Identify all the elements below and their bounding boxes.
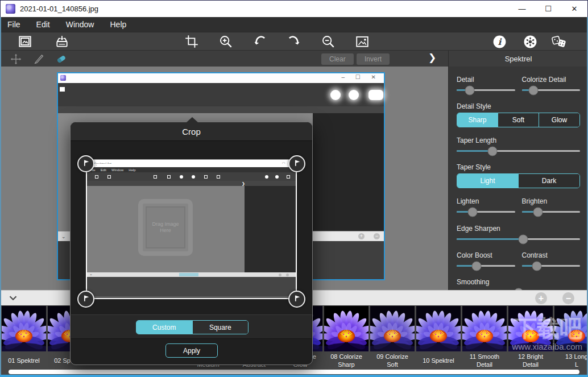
brush-icon[interactable]: [32, 52, 46, 65]
filmstrip-thumbnail-12[interactable]: 12 BrightDetail: [508, 306, 553, 370]
thumb-zoom-out-button[interactable]: −: [562, 292, 574, 304]
slider-thumb-lighten[interactable]: [467, 207, 477, 217]
detail-style-option-soft[interactable]: Soft: [498, 113, 539, 127]
crop-preview-area: Spektrel Art — ☐ ✕ FileEditWindowHelp ❯ …: [71, 142, 312, 312]
filmstrip-thumbnail-1[interactable]: 01 Spektrel: [2, 306, 46, 370]
slider-thumb-contrast[interactable]: [532, 261, 542, 271]
slider-thumb-detail[interactable]: [465, 85, 474, 95]
detail-style-segmented: SharpSoftGlow: [457, 113, 580, 127]
flag-icon: [293, 159, 301, 169]
app-window: 2021-01-01_140856.jpg — ☐ ✕ File Edit Wi…: [0, 0, 588, 377]
open-image-icon[interactable]: [17, 34, 33, 49]
crop-dialog: Crop Spektrel Art — ☐ ✕ FileEditWindowHe…: [70, 122, 313, 365]
slider-thumb-color-boost[interactable]: [471, 261, 481, 271]
slider-detail: Detail: [457, 76, 515, 95]
crop-handle-top-right[interactable]: [288, 155, 305, 172]
slider-color-boost: Color Boost: [457, 251, 515, 271]
crop-handle-top-left[interactable]: [77, 155, 94, 172]
crop-mode-segmented: CustomSquare: [136, 320, 249, 334]
image-adjust-icon[interactable]: [354, 34, 370, 49]
thumbnail-image[interactable]: [554, 306, 588, 351]
info-icon[interactable]: i: [491, 34, 507, 49]
eraser-icon[interactable]: [55, 52, 68, 65]
filmstrip-thumbnail-10[interactable]: 10 Spektrel: [416, 306, 461, 370]
clear-button[interactable]: Clear: [321, 53, 354, 65]
thumbnail-label: 11 SmoothDetail: [462, 352, 507, 370]
slider-smoothing: Smoothing: [457, 278, 580, 290]
crop-handle-bottom-left[interactable]: [77, 291, 94, 308]
edited-image-app-icon: [60, 75, 66, 81]
window-title: 2021-01-01_140856.jpg: [20, 5, 98, 13]
thumbnail-label: 12 BrightDetail: [508, 352, 553, 370]
undo-icon[interactable]: [252, 34, 268, 49]
flag-icon: [82, 294, 90, 305]
gear-icon-blurred: [349, 90, 359, 100]
save-image-icon[interactable]: [54, 34, 70, 49]
panel-title: Spektrel: [448, 51, 588, 67]
menubar: File Edit Window Help: [0, 17, 588, 32]
thumbnail-image[interactable]: [2, 306, 46, 351]
close-button[interactable]: ✕: [561, 1, 587, 17]
info-icon-blurred: [330, 90, 341, 100]
menu-edit[interactable]: Edit: [28, 17, 58, 32]
redo-icon[interactable]: [286, 34, 302, 49]
detail-style-option-sharp[interactable]: Sharp: [457, 113, 498, 127]
settings-icon[interactable]: [522, 34, 538, 49]
slider-thumb-brighten[interactable]: [533, 207, 543, 217]
crop-mode-custom[interactable]: Custom: [136, 321, 192, 334]
maximize-button[interactable]: ☐: [535, 1, 561, 17]
slider-thumb-taper-length[interactable]: [487, 146, 497, 156]
slider-thumb-colorize-detail[interactable]: [529, 85, 539, 95]
crop-handle-bottom-right[interactable]: [288, 291, 305, 308]
zoom-out-icon[interactable]: [320, 34, 336, 49]
move-icon[interactable]: [9, 52, 23, 65]
chevron-right-icon[interactable]: ❯: [428, 52, 436, 64]
zoom-in-icon[interactable]: [218, 34, 234, 49]
minimize-button[interactable]: —: [509, 1, 535, 17]
filmstrip-thumbnail-11[interactable]: 11 SmoothDetail: [462, 306, 507, 370]
flag-icon: [82, 159, 90, 169]
thumbnail-label: 01 Spektrel: [2, 352, 46, 370]
thumbnail-image[interactable]: [416, 306, 461, 351]
thumbnail-image[interactable]: [324, 306, 368, 351]
tool-band: Clear Invert ❯ Spektrel: [0, 50, 588, 67]
filmstrip-thumbnail-13[interactable]: 13 LongL: [554, 306, 588, 370]
thumbnail-image[interactable]: [462, 306, 507, 351]
thumbnail-image[interactable]: [370, 306, 415, 351]
slider-edge-sharpen: Edge Sharpen: [457, 225, 580, 244]
dice-icon-blurred: [368, 90, 383, 100]
taper-style-option-light[interactable]: Light: [457, 174, 518, 188]
crop-selection-rect[interactable]: [86, 164, 297, 299]
invert-button[interactable]: Invert: [357, 53, 390, 65]
menu-file[interactable]: File: [0, 17, 28, 32]
flag-icon: [293, 294, 301, 305]
slider-thumb-edge-sharpen[interactable]: [519, 234, 528, 244]
menu-help[interactable]: Help: [102, 17, 134, 32]
toolbar: i: [0, 32, 588, 50]
detail-style-option-glow[interactable]: Glow: [539, 113, 579, 127]
randomize-dice-icon[interactable]: [551, 34, 567, 49]
slider-taper-length: Taper Length: [457, 136, 580, 156]
crop-dialog-title: Crop: [71, 122, 312, 141]
slider-brighten: Brighten: [522, 197, 581, 217]
dialog-caret: [187, 117, 198, 122]
window-edge-left: [0, 17, 1, 375]
app-icon: [6, 4, 15, 14]
window-edge-bottom: [0, 375, 588, 377]
filmstrip-scrollbar[interactable]: [9, 370, 579, 374]
crop-mode-square[interactable]: Square: [192, 321, 249, 334]
taper-style-option-dark[interactable]: Dark: [518, 174, 579, 188]
crop-icon[interactable]: [184, 34, 200, 49]
content-area: – ☐ ✕ + − ⌄ DetailColorize DetailD: [0, 67, 588, 290]
apply-button[interactable]: Apply: [165, 343, 218, 358]
chevron-down-icon[interactable]: [7, 292, 19, 306]
filmstrip-thumbnail-9[interactable]: 09 ColorizeSoft: [370, 306, 415, 370]
thumbnail-label: 09 ColorizeSoft: [370, 352, 415, 370]
thumbnail-label: 10 Spektrel: [416, 352, 461, 370]
titlebar: 2021-01-01_140856.jpg — ☐ ✕: [0, 0, 588, 17]
filmstrip-thumbnail-8[interactable]: 08 ColorizeSharp: [324, 306, 368, 370]
menu-window[interactable]: Window: [58, 17, 102, 32]
slider-colorize-detail: Colorize Detail: [522, 76, 581, 95]
thumbnail-image[interactable]: [508, 306, 553, 351]
thumb-zoom-in-button[interactable]: +: [535, 292, 547, 304]
